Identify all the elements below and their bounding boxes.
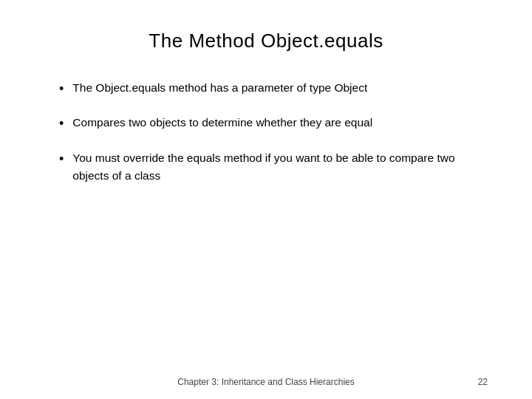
slide-title: The Method Object.equals xyxy=(44,30,488,52)
list-item: • You must override the equals method if… xyxy=(59,149,488,185)
bullet-text-2: Compares two objects to determine whethe… xyxy=(72,114,488,132)
slide-content: • The Object.equals method has a paramet… xyxy=(44,79,488,384)
footer-chapter: Chapter 3: Inheritance and Class Hierarc… xyxy=(44,377,488,387)
footer-page-number: 22 xyxy=(478,377,488,387)
slide-footer: Chapter 3: Inheritance and Class Hierarc… xyxy=(0,377,532,387)
bullet-dot-2: • xyxy=(59,115,64,132)
list-item: • The Object.equals method has a paramet… xyxy=(59,79,488,98)
bullet-dot-3: • xyxy=(59,151,64,168)
slide: The Method Object.equals • The Object.eq… xyxy=(0,0,532,399)
bullet-dot-1: • xyxy=(59,81,64,98)
bullet-text-3: You must override the equals method if y… xyxy=(72,149,488,185)
bullet-list: • The Object.equals method has a paramet… xyxy=(59,79,488,185)
bullet-text-1: The Object.equals method has a parameter… xyxy=(72,79,488,97)
list-item: • Compares two objects to determine whet… xyxy=(59,114,488,132)
